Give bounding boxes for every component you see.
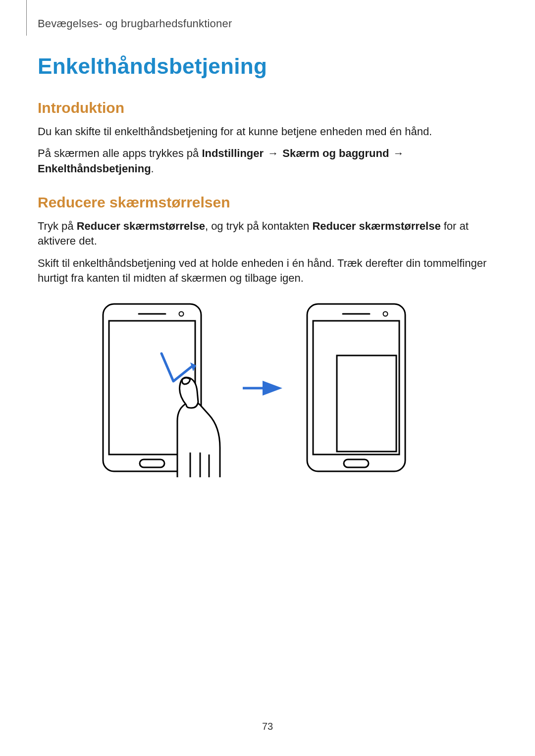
svg-rect-10 [337, 355, 396, 452]
menu-path-display: Skærm og baggrund [282, 147, 389, 159]
text: På skærmen alle apps trykkes på [38, 147, 202, 159]
gesture-illustration [83, 299, 450, 477]
page-number: 73 [0, 721, 535, 732]
menu-path-settings: Indstillinger [202, 147, 264, 159]
section-heading-reduce: Reducere skærmstørrelsen [38, 194, 495, 211]
margin-rule [26, 0, 27, 36]
text: , og tryk på kontakten [205, 220, 312, 232]
menu-path-onehand: Enkelthåndsbetjening [38, 162, 151, 175]
text: Tryk på [38, 220, 77, 232]
reduce-paragraph-1: Tryk på Reducer skærmstørrelse, og tryk … [38, 219, 495, 249]
arrow-icon: → [264, 147, 282, 159]
arrow-icon: → [389, 147, 405, 159]
section-heading-intro: Introduktion [38, 100, 495, 116]
intro-paragraph-1: Du kan skifte til enkelthåndsbetjening f… [38, 124, 495, 139]
option-reduce-1: Reducer skærmstørrelse [77, 220, 205, 232]
intro-paragraph-2: På skærmen alle apps trykkes på Indstill… [38, 146, 495, 176]
reduce-paragraph-2: Skift til enkelthåndsbetjening ved at ho… [38, 256, 495, 286]
page-title: Enkelthåndsbetjening [38, 54, 495, 79]
option-reduce-2: Reducer skærmstørrelse [312, 220, 440, 232]
text: . [151, 162, 154, 175]
breadcrumb: Bevægelses- og brugbarhedsfunktioner [38, 17, 495, 30]
